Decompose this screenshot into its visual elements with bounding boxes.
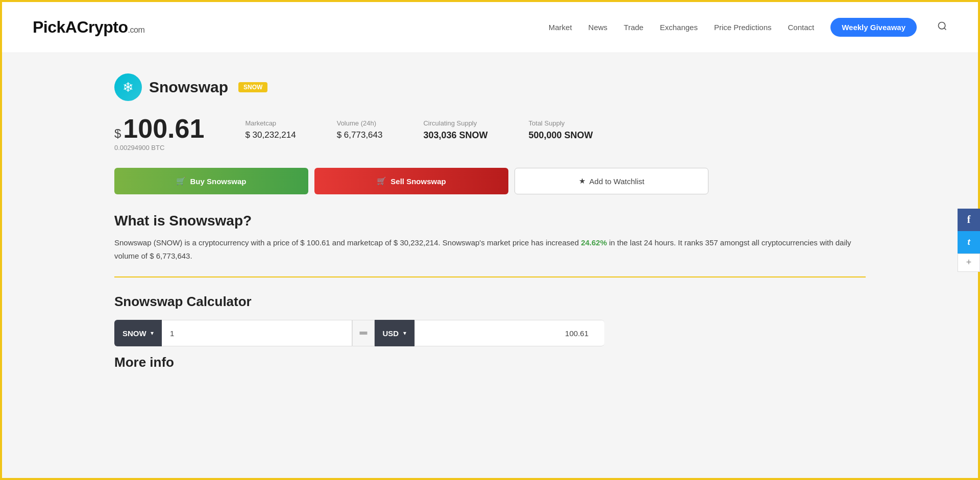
marketcap-label: Marketcap xyxy=(245,119,296,127)
more-info-label: More info xyxy=(114,355,174,370)
price-stats: Marketcap $ 30,232,214 Volume (24h) $ 6,… xyxy=(245,119,593,141)
more-info-partial: More info xyxy=(114,355,866,370)
snowflake-icon: ❄ xyxy=(122,80,134,95)
nav-market[interactable]: Market xyxy=(549,23,572,32)
from-value-input[interactable] xyxy=(162,320,352,346)
plus-icon: + xyxy=(966,257,972,268)
sell-button[interactable]: 🛒 Sell Snowswap xyxy=(314,168,508,194)
calculator-row: SNOW ▾ USD ▾ xyxy=(114,320,604,346)
total-label: Total Supply xyxy=(529,119,593,127)
divider xyxy=(114,276,866,277)
cart-icon-sell: 🛒 xyxy=(377,176,386,186)
search-icon[interactable] xyxy=(937,21,947,34)
watchlist-label: Add to Watchlist xyxy=(590,177,645,186)
twitter-button[interactable]: t xyxy=(958,231,980,254)
total-value: 500,000 SNOW xyxy=(529,130,593,141)
price-dollar-sign: $ xyxy=(114,127,121,141)
facebook-button[interactable]: f xyxy=(958,209,980,231)
social-sidebar: f t + xyxy=(958,209,980,272)
svg-point-0 xyxy=(939,22,945,29)
volume-label: Volume (24h) xyxy=(337,119,383,127)
volume-value: $ 6,773,643 xyxy=(337,130,383,140)
cart-icon-buy: 🛒 xyxy=(176,176,186,186)
from-currency-select-wrap[interactable]: SNOW ▾ xyxy=(114,320,162,346)
buy-label: Buy Snowswap xyxy=(190,177,246,186)
twitter-icon: t xyxy=(967,237,970,247)
facebook-icon: f xyxy=(967,214,971,225)
nav-news[interactable]: News xyxy=(589,23,608,32)
stat-volume: Volume (24h) $ 6,773,643 xyxy=(337,119,383,141)
header: PickACrypto.com Market News Trade Exchan… xyxy=(2,2,978,53)
sell-label: Sell Snowswap xyxy=(390,177,446,186)
action-buttons: 🛒 Buy Snowswap 🛒 Sell Snowswap ★ Add to … xyxy=(114,168,866,194)
circulating-value: 303,036 SNOW xyxy=(423,130,487,141)
coin-header: ❄ Snowswap SNOW xyxy=(114,73,866,101)
giveaway-button[interactable]: Weekly Giveaway xyxy=(830,18,917,37)
from-chevron-icon: ▾ xyxy=(151,330,154,337)
price-value: 100.61 xyxy=(123,115,204,142)
coin-ticker: SNOW xyxy=(238,82,267,92)
star-icon: ★ xyxy=(579,176,585,186)
to-value-input[interactable] xyxy=(414,320,605,346)
description-text-before: Snowswap (SNOW) is a cryptocurrency with… xyxy=(114,238,581,247)
what-is-title: What is Snowswap? xyxy=(114,213,866,229)
equals-icon xyxy=(352,320,375,346)
stat-circulating: Circulating Supply 303,036 SNOW xyxy=(423,119,487,141)
main-content: ❄ Snowswap SNOW $ 100.61 0.00294900 BTC … xyxy=(2,53,978,391)
watchlist-button[interactable]: ★ Add to Watchlist xyxy=(514,168,708,194)
from-currency-select[interactable]: SNOW xyxy=(122,329,146,338)
nav-exchanges[interactable]: Exchanges xyxy=(660,23,698,32)
nav-trade[interactable]: Trade xyxy=(624,23,644,32)
price-usd: $ 100.61 xyxy=(114,115,204,142)
svg-rect-3 xyxy=(360,334,367,335)
svg-rect-2 xyxy=(360,332,367,333)
nav-price-predictions[interactable]: Price Predictions xyxy=(714,23,772,32)
marketcap-value: $ 30,232,214 xyxy=(245,130,296,140)
site-logo[interactable]: PickACrypto.com xyxy=(33,18,144,37)
price-section: $ 100.61 0.00294900 BTC Marketcap $ 30,2… xyxy=(114,115,866,151)
price-main: $ 100.61 0.00294900 BTC xyxy=(114,115,204,151)
logo-suffix: .com xyxy=(128,26,145,34)
price-btc: 0.00294900 BTC xyxy=(114,144,204,151)
buy-button[interactable]: 🛒 Buy Snowswap xyxy=(114,168,308,194)
svg-line-1 xyxy=(944,28,946,30)
logo-text: PickACrypto xyxy=(33,18,128,36)
what-is-text: Snowswap (SNOW) is a cryptocurrency with… xyxy=(114,236,866,262)
social-plus-button[interactable]: + xyxy=(958,254,980,272)
stat-total: Total Supply 500,000 SNOW xyxy=(529,119,593,141)
calculator-title: Snowswap Calculator xyxy=(114,294,866,310)
main-nav: Market News Trade Exchanges Price Predic… xyxy=(549,18,947,37)
change-percent: 24.62% xyxy=(581,238,607,247)
coin-name: Snowswap xyxy=(149,79,228,96)
coin-logo: ❄ xyxy=(114,73,142,101)
to-currency-select-wrap[interactable]: USD ▾ xyxy=(375,320,414,346)
stat-marketcap: Marketcap $ 30,232,214 xyxy=(245,119,296,141)
to-currency-select[interactable]: USD xyxy=(383,329,399,338)
nav-contact[interactable]: Contact xyxy=(788,23,814,32)
to-chevron-icon: ▾ xyxy=(403,330,406,337)
circulating-label: Circulating Supply xyxy=(423,119,487,127)
